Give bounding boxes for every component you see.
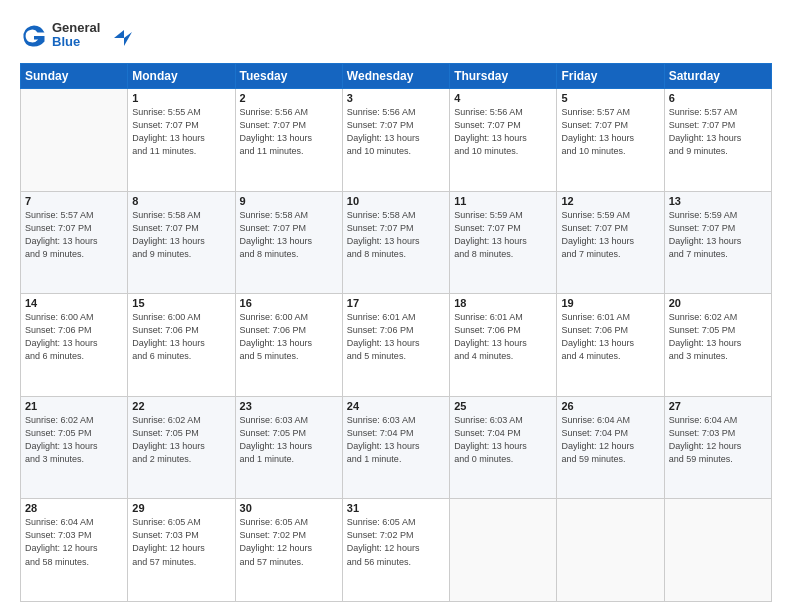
day-info: Sunrise: 5:59 AMSunset: 7:07 PMDaylight:… [561,209,659,261]
calendar-day-cell: 10Sunrise: 5:58 AMSunset: 7:07 PMDayligh… [342,191,449,294]
day-number: 19 [561,297,659,309]
calendar-day-cell [557,499,664,602]
day-info: Sunrise: 5:55 AMSunset: 7:07 PMDaylight:… [132,106,230,158]
day-info: Sunrise: 5:57 AMSunset: 7:07 PMDaylight:… [561,106,659,158]
logo: General Blue [20,18,132,53]
calendar-day-cell: 17Sunrise: 6:01 AMSunset: 7:06 PMDayligh… [342,294,449,397]
logo-icon [20,22,48,50]
calendar-day-cell: 24Sunrise: 6:03 AMSunset: 7:04 PMDayligh… [342,396,449,499]
calendar-week-row: 7Sunrise: 5:57 AMSunset: 7:07 PMDaylight… [21,191,772,294]
day-number: 18 [454,297,552,309]
svg-text:General: General [52,20,100,35]
calendar-day-header: Saturday [664,64,771,89]
day-info: Sunrise: 6:00 AMSunset: 7:06 PMDaylight:… [132,311,230,363]
calendar-day-header: Sunday [21,64,128,89]
day-number: 22 [132,400,230,412]
day-number: 30 [240,502,338,514]
day-info: Sunrise: 6:05 AMSunset: 7:02 PMDaylight:… [240,516,338,568]
day-info: Sunrise: 6:04 AMSunset: 7:03 PMDaylight:… [669,414,767,466]
day-number: 13 [669,195,767,207]
calendar-day-cell: 1Sunrise: 5:55 AMSunset: 7:07 PMDaylight… [128,89,235,192]
calendar-day-header: Friday [557,64,664,89]
calendar-table: SundayMondayTuesdayWednesdayThursdayFrid… [20,63,772,602]
day-info: Sunrise: 5:56 AMSunset: 7:07 PMDaylight:… [454,106,552,158]
calendar-header-row: SundayMondayTuesdayWednesdayThursdayFrid… [21,64,772,89]
day-info: Sunrise: 5:56 AMSunset: 7:07 PMDaylight:… [240,106,338,158]
day-info: Sunrise: 6:04 AMSunset: 7:04 PMDaylight:… [561,414,659,466]
day-info: Sunrise: 6:03 AMSunset: 7:04 PMDaylight:… [454,414,552,466]
day-number: 29 [132,502,230,514]
calendar-day-header: Thursday [450,64,557,89]
calendar-day-cell: 3Sunrise: 5:56 AMSunset: 7:07 PMDaylight… [342,89,449,192]
day-info: Sunrise: 5:56 AMSunset: 7:07 PMDaylight:… [347,106,445,158]
day-number: 16 [240,297,338,309]
svg-text:Blue: Blue [52,34,80,49]
day-number: 15 [132,297,230,309]
day-number: 4 [454,92,552,104]
calendar-day-cell [21,89,128,192]
calendar-week-row: 14Sunrise: 6:00 AMSunset: 7:06 PMDayligh… [21,294,772,397]
day-info: Sunrise: 6:05 AMSunset: 7:03 PMDaylight:… [132,516,230,568]
calendar-day-cell [450,499,557,602]
day-info: Sunrise: 5:58 AMSunset: 7:07 PMDaylight:… [240,209,338,261]
day-info: Sunrise: 6:02 AMSunset: 7:05 PMDaylight:… [132,414,230,466]
calendar-week-row: 28Sunrise: 6:04 AMSunset: 7:03 PMDayligh… [21,499,772,602]
day-number: 14 [25,297,123,309]
day-number: 10 [347,195,445,207]
calendar-day-cell: 23Sunrise: 6:03 AMSunset: 7:05 PMDayligh… [235,396,342,499]
calendar-day-cell: 9Sunrise: 5:58 AMSunset: 7:07 PMDaylight… [235,191,342,294]
calendar-day-cell: 27Sunrise: 6:04 AMSunset: 7:03 PMDayligh… [664,396,771,499]
day-number: 31 [347,502,445,514]
day-info: Sunrise: 6:00 AMSunset: 7:06 PMDaylight:… [25,311,123,363]
day-number: 27 [669,400,767,412]
calendar-day-cell: 14Sunrise: 6:00 AMSunset: 7:06 PMDayligh… [21,294,128,397]
calendar-day-cell [664,499,771,602]
calendar-day-cell: 26Sunrise: 6:04 AMSunset: 7:04 PMDayligh… [557,396,664,499]
calendar-day-cell: 29Sunrise: 6:05 AMSunset: 7:03 PMDayligh… [128,499,235,602]
calendar-day-cell: 30Sunrise: 6:05 AMSunset: 7:02 PMDayligh… [235,499,342,602]
day-number: 11 [454,195,552,207]
day-number: 25 [454,400,552,412]
day-number: 3 [347,92,445,104]
calendar-day-cell: 7Sunrise: 5:57 AMSunset: 7:07 PMDaylight… [21,191,128,294]
calendar-day-cell: 22Sunrise: 6:02 AMSunset: 7:05 PMDayligh… [128,396,235,499]
day-number: 17 [347,297,445,309]
day-number: 23 [240,400,338,412]
calendar-week-row: 21Sunrise: 6:02 AMSunset: 7:05 PMDayligh… [21,396,772,499]
day-info: Sunrise: 6:05 AMSunset: 7:02 PMDaylight:… [347,516,445,568]
calendar-day-cell: 31Sunrise: 6:05 AMSunset: 7:02 PMDayligh… [342,499,449,602]
day-info: Sunrise: 5:59 AMSunset: 7:07 PMDaylight:… [669,209,767,261]
calendar-day-cell: 21Sunrise: 6:02 AMSunset: 7:05 PMDayligh… [21,396,128,499]
day-number: 24 [347,400,445,412]
day-info: Sunrise: 5:58 AMSunset: 7:07 PMDaylight:… [132,209,230,261]
calendar-day-cell: 6Sunrise: 5:57 AMSunset: 7:07 PMDaylight… [664,89,771,192]
day-number: 5 [561,92,659,104]
day-number: 28 [25,502,123,514]
day-info: Sunrise: 6:03 AMSunset: 7:04 PMDaylight:… [347,414,445,466]
logo-svg: General Blue [52,18,132,53]
calendar-day-cell: 25Sunrise: 6:03 AMSunset: 7:04 PMDayligh… [450,396,557,499]
day-info: Sunrise: 6:01 AMSunset: 7:06 PMDaylight:… [454,311,552,363]
day-info: Sunrise: 6:01 AMSunset: 7:06 PMDaylight:… [561,311,659,363]
day-number: 21 [25,400,123,412]
calendar-day-cell: 5Sunrise: 5:57 AMSunset: 7:07 PMDaylight… [557,89,664,192]
calendar-day-cell: 2Sunrise: 5:56 AMSunset: 7:07 PMDaylight… [235,89,342,192]
page: General Blue SundayMondayTuesdayWednesda… [0,0,792,612]
day-info: Sunrise: 5:59 AMSunset: 7:07 PMDaylight:… [454,209,552,261]
day-info: Sunrise: 5:57 AMSunset: 7:07 PMDaylight:… [25,209,123,261]
calendar-day-cell: 20Sunrise: 6:02 AMSunset: 7:05 PMDayligh… [664,294,771,397]
day-info: Sunrise: 6:02 AMSunset: 7:05 PMDaylight:… [25,414,123,466]
day-number: 1 [132,92,230,104]
day-number: 7 [25,195,123,207]
header: General Blue [20,18,772,53]
day-info: Sunrise: 6:04 AMSunset: 7:03 PMDaylight:… [25,516,123,568]
day-number: 2 [240,92,338,104]
logo-text: General Blue [52,18,132,53]
calendar-day-cell: 12Sunrise: 5:59 AMSunset: 7:07 PMDayligh… [557,191,664,294]
calendar-day-cell: 28Sunrise: 6:04 AMSunset: 7:03 PMDayligh… [21,499,128,602]
day-number: 9 [240,195,338,207]
calendar-day-cell: 15Sunrise: 6:00 AMSunset: 7:06 PMDayligh… [128,294,235,397]
calendar-day-cell: 4Sunrise: 5:56 AMSunset: 7:07 PMDaylight… [450,89,557,192]
day-info: Sunrise: 6:03 AMSunset: 7:05 PMDaylight:… [240,414,338,466]
day-info: Sunrise: 5:57 AMSunset: 7:07 PMDaylight:… [669,106,767,158]
